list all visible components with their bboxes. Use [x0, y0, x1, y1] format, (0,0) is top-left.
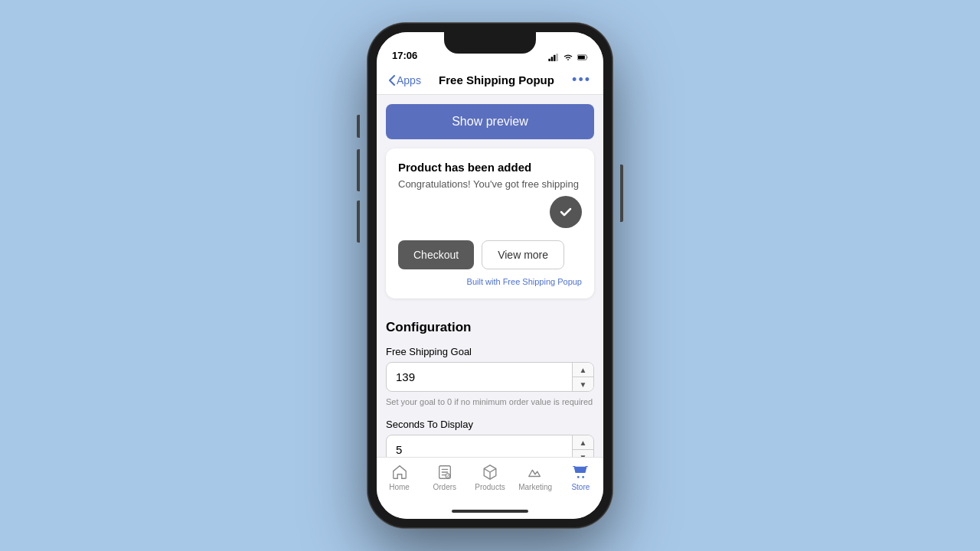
free-shipping-goal-decrement[interactable]: ▼	[573, 377, 593, 391]
tab-orders[interactable]: Orders	[426, 464, 464, 491]
seconds-to-display-input-row: ▲ ▼	[386, 435, 594, 457]
config-title: Configuration	[386, 320, 594, 335]
checkmark-icon	[557, 204, 574, 220]
tab-home-label: Home	[389, 483, 410, 491]
battery-icon	[577, 54, 588, 61]
svg-rect-0	[548, 59, 550, 61]
svg-rect-2	[554, 55, 556, 61]
chevron-left-icon	[389, 75, 395, 86]
nav-title: Free Shipping Popup	[439, 73, 554, 86]
tab-orders-label: Orders	[433, 483, 457, 491]
tab-bar: Home Orders Products	[377, 457, 603, 504]
preview-card-subtitle: Congratulations! You've got free shippin…	[398, 178, 582, 190]
nav-bar: Apps Free Shipping Popup •••	[377, 66, 603, 95]
more-button[interactable]: •••	[572, 72, 591, 88]
notch	[444, 32, 536, 54]
check-circle	[550, 196, 582, 228]
free-shipping-goal-input[interactable]	[387, 363, 572, 391]
seconds-to-display-input[interactable]	[387, 435, 572, 457]
free-shipping-goal-input-row: ▲ ▼	[386, 362, 594, 392]
tab-marketing-label: Marketing	[518, 483, 552, 491]
marketing-icon	[527, 464, 544, 481]
configuration-section: Configuration Free Shipping Goal ▲ ▼ Set…	[377, 308, 603, 457]
tab-products-label: Products	[475, 483, 505, 491]
signal-icon	[548, 54, 559, 61]
seconds-to-display-decrement[interactable]: ▼	[573, 450, 593, 457]
home-icon	[391, 464, 408, 481]
preview-card-title: Product has been added	[398, 161, 582, 174]
seconds-to-display-spinner: ▲ ▼	[572, 435, 593, 457]
free-shipping-goal-increment[interactable]: ▲	[573, 363, 593, 377]
svg-rect-5	[578, 56, 585, 59]
tab-products[interactable]: Products	[471, 464, 509, 491]
show-preview-button[interactable]: Show preview	[386, 104, 594, 139]
main-content: Show preview Product has been added Cong…	[377, 95, 603, 457]
tab-store-label: Store	[571, 483, 590, 491]
built-with-prefix: Built with	[467, 277, 503, 286]
store-icon	[572, 464, 589, 481]
svg-point-7	[446, 474, 450, 478]
orders-icon	[436, 464, 453, 481]
wifi-icon	[563, 54, 573, 61]
free-shipping-goal-spinner: ▲ ▼	[572, 363, 593, 391]
checkout-button[interactable]: Checkout	[398, 240, 474, 269]
volume-silent-button	[357, 115, 360, 138]
seconds-to-display-increment[interactable]: ▲	[573, 435, 593, 450]
svg-point-9	[583, 476, 585, 478]
tab-marketing[interactable]: Marketing	[516, 464, 554, 491]
free-shipping-goal-hint: Set your goal to 0 if no minimum order v…	[386, 396, 594, 408]
built-with-link: Free Shipping Popup	[503, 277, 582, 286]
built-with-text: Built with Free Shipping Popup	[398, 277, 582, 286]
power-button	[620, 165, 623, 222]
status-time: 17:06	[392, 50, 417, 61]
preview-buttons: Checkout View more	[398, 240, 582, 269]
home-indicator-bar	[452, 510, 528, 513]
svg-rect-1	[551, 57, 554, 61]
back-button[interactable]: Apps	[389, 74, 421, 86]
seconds-to-display-label: Seconds To Display	[386, 419, 594, 430]
view-more-button[interactable]: View more	[482, 240, 564, 269]
status-icons	[548, 54, 588, 61]
preview-check-area	[398, 196, 582, 228]
back-label: Apps	[397, 74, 421, 86]
preview-card: Product has been added Congratulations! …	[386, 148, 594, 298]
tab-store[interactable]: Store	[561, 464, 599, 491]
home-indicator	[377, 504, 603, 519]
svg-point-8	[577, 476, 580, 478]
products-icon	[482, 464, 498, 481]
volume-up-button	[357, 149, 360, 191]
tab-home[interactable]: Home	[381, 464, 419, 491]
volume-down-button	[357, 201, 360, 243]
svg-rect-3	[556, 54, 558, 61]
free-shipping-goal-label: Free Shipping Goal	[386, 346, 594, 357]
